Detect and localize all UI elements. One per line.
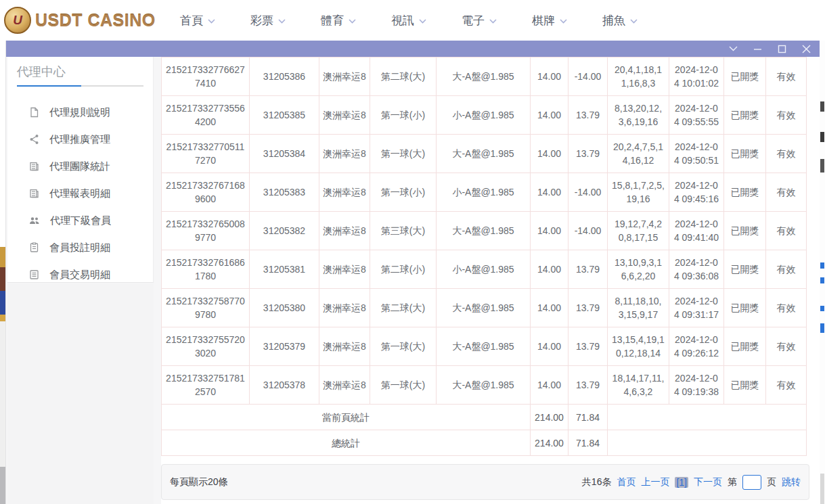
sidebar-item-agent-rules[interactable]: 代理規則說明	[7, 99, 153, 126]
nav-item-label: 捕魚	[602, 13, 625, 28]
cell-time: 2024-12-04 09:45:16	[669, 173, 724, 212]
report-icon	[29, 188, 39, 199]
page-behind-right	[820, 41, 825, 504]
sidebar-item-agent-promotion[interactable]: 代理推廣管理	[7, 126, 153, 153]
sidebar-item-label: 會員投註明細	[49, 242, 110, 254]
cell-game: 澳洲幸运8	[319, 58, 370, 96]
cell-member-id: 31205385	[250, 96, 319, 135]
cell-order-no: 2152173327650089770	[162, 212, 250, 250]
sidebar-item-member-bets[interactable]: 會員投註明細	[7, 234, 153, 261]
sidebar-item-report-detail[interactable]: 代理報表明細	[7, 180, 153, 207]
chevron-down-icon	[419, 19, 426, 24]
agent-center-window: 代理中心 代理規則說明 代理推廣管理 代理團隊統計 代理報表明細 代理下級會員	[5, 41, 820, 504]
top-navigation: U USDT CASINO 首頁 彩票 體育 視訊 電子 棋牌 捕魚	[0, 0, 825, 41]
minimize-icon[interactable]	[752, 43, 763, 54]
nav-item-label: 視訊	[391, 13, 414, 28]
sidebar-divider	[17, 85, 143, 87]
sidebar-item-label: 代理下級會員	[50, 214, 111, 227]
next-page-link[interactable]: 下一页	[694, 476, 722, 488]
chevron-down-icon	[630, 19, 638, 24]
cell-result: 15,8,1,7,2,5,19,16	[608, 173, 669, 212]
bet-records-panel: 2152173327766277410 31205386 澳洲幸运8 第二球(大…	[161, 57, 820, 504]
maximize-icon[interactable]	[776, 43, 787, 54]
cell-time: 2024-12-04 09:31:17	[669, 289, 724, 327]
sidebar-item-label: 會員交易明細	[49, 269, 110, 281]
prev-page-link[interactable]: 上一页	[641, 476, 669, 488]
nav-item-slots[interactable]: 電子	[462, 13, 497, 28]
cell-order-no: 2152173327766277410	[162, 58, 250, 96]
cell-odds: 小-A盤@1.985	[437, 173, 531, 212]
nav-item-live[interactable]: 視訊	[391, 13, 426, 28]
per-page-label: 每頁顯示20條	[170, 476, 228, 488]
page-prefix-label: 第	[728, 476, 737, 488]
close-icon[interactable]	[801, 43, 811, 54]
chevron-down-icon	[349, 19, 356, 24]
summary-amount: 214.00	[531, 405, 568, 430]
chevron-down-icon	[208, 19, 215, 24]
cell-member-id: 31205380	[250, 289, 319, 327]
cell-status: 已開獎	[724, 173, 766, 212]
sidebar-item-downline-members[interactable]: 代理下級會員	[7, 207, 153, 234]
nav-item-cards[interactable]: 棋牌	[532, 13, 567, 28]
coin-logo-icon: U	[4, 7, 31, 34]
cell-result: 19,12,7,4,20,8,17,15	[608, 212, 669, 250]
cell-validity: 有效	[766, 327, 807, 366]
brand-logo[interactable]: U USDT CASINO	[4, 7, 160, 34]
sidebar-item-label: 代理推廣管理	[49, 133, 110, 146]
sidebar-item-label: 代理團隊統計	[49, 160, 110, 173]
cell-game: 澳洲幸运8	[319, 327, 370, 366]
table-row: 2152173327705117270 31205384 澳洲幸运8 第一球(大…	[162, 135, 807, 173]
cell-result: 8,11,18,10,3,15,9,17	[608, 289, 669, 327]
sidebar-background	[7, 283, 154, 504]
sidebar-item-team-stats[interactable]: 代理團隊統計	[7, 153, 153, 180]
cell-member-id: 31205381	[250, 250, 319, 289]
nav-item-sports[interactable]: 體育	[321, 13, 356, 28]
nav-menu: 首頁 彩票 體育 視訊 電子 棋牌 捕魚	[180, 13, 638, 28]
sidebar-item-label: 代理報表明細	[49, 187, 110, 200]
cell-play: 第一球(大)	[370, 135, 437, 173]
cell-time: 2024-12-04 10:01:02	[669, 58, 724, 96]
nav-item-label: 體育	[321, 13, 344, 28]
cell-game: 澳洲幸运8	[319, 289, 370, 327]
cell-order-no: 2152173327705117270	[162, 135, 250, 173]
table-row: 2152173327650089770 31205382 澳洲幸运8 第三球(大…	[162, 212, 807, 250]
cell-play: 第一球(大)	[370, 366, 437, 405]
cell-status: 已開獎	[724, 212, 766, 250]
collapse-icon[interactable]	[728, 43, 738, 54]
table-row: 2152173327557203020 31205379 澳洲幸运8 第一球(大…	[162, 327, 807, 366]
cell-order-no: 2152173327735564200	[162, 96, 250, 135]
cell-odds: 大-A盤@1.985	[437, 289, 531, 327]
sidebar-item-label: 代理規則說明	[49, 106, 110, 119]
first-page-link[interactable]: 首页	[617, 476, 636, 488]
cell-play: 第二球(小)	[370, 250, 437, 289]
cell-status: 已開獎	[724, 58, 766, 96]
cell-amount: 14.00	[531, 135, 568, 173]
cell-validity: 有效	[766, 289, 807, 327]
jump-link[interactable]: 跳转	[782, 476, 801, 488]
cell-game: 澳洲幸运8	[319, 96, 370, 135]
cell-amount: 14.00	[531, 173, 568, 212]
cell-odds: 大-A盤@1.985	[437, 135, 531, 173]
cell-order-no: 2152173327616861780	[162, 250, 250, 289]
nav-item-fishing[interactable]: 捕魚	[602, 13, 638, 28]
summary-label: 總統計	[162, 430, 531, 456]
cell-odds: 小-A盤@1.985	[437, 250, 531, 289]
chevron-down-icon	[278, 19, 286, 24]
nav-item-home[interactable]: 首頁	[180, 13, 215, 28]
cell-win-loss: 13.79	[568, 327, 608, 366]
table-row: 2152173327735564200 31205385 澳洲幸运8 第一球(小…	[162, 96, 807, 135]
cell-time: 2024-12-04 09:55:55	[669, 96, 724, 135]
sidebar-title: 代理中心	[7, 57, 153, 85]
window-titlebar	[6, 41, 820, 57]
cell-validity: 有效	[766, 58, 807, 96]
cell-status: 已開獎	[724, 327, 766, 366]
cell-status: 已開獎	[724, 366, 766, 405]
summary-empty	[608, 430, 807, 456]
cell-game: 澳洲幸运8	[319, 250, 370, 289]
cell-amount: 14.00	[531, 212, 568, 250]
cell-odds: 大-A盤@1.985	[437, 212, 531, 250]
page-number-input[interactable]	[742, 475, 761, 490]
table-row: 2152173327517812570 31205378 澳洲幸运8 第一球(大…	[162, 366, 807, 405]
nav-item-lottery[interactable]: 彩票	[250, 13, 286, 28]
cell-odds: 大-A盤@1.985	[437, 327, 531, 366]
